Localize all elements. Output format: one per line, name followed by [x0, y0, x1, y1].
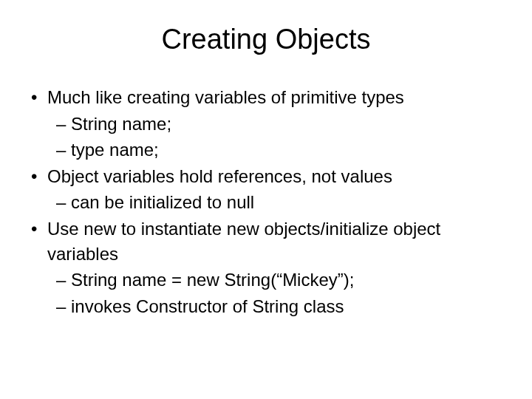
bullet-level-1: Much like creating variables of primitiv… — [25, 85, 510, 110]
bullet-level-2: String name = new String(“Mickey”); — [25, 267, 510, 293]
bullet-level-1: Use new to instantiate new objects/initi… — [25, 216, 510, 266]
bullet-level-2: invokes Constructor of String class — [25, 294, 510, 319]
slide: Creating Objects Much like creating vari… — [0, 0, 532, 399]
bullet-level-2: can be initialized to null — [25, 190, 510, 215]
bullet-level-2: type name; — [25, 137, 510, 163]
slide-title: Creating Objects — [22, 24, 510, 55]
bullet-level-1: Object variables hold references, not va… — [25, 164, 510, 189]
bullet-level-2: String name; — [25, 112, 510, 137]
slide-content: Much like creating variables of primitiv… — [22, 85, 510, 318]
